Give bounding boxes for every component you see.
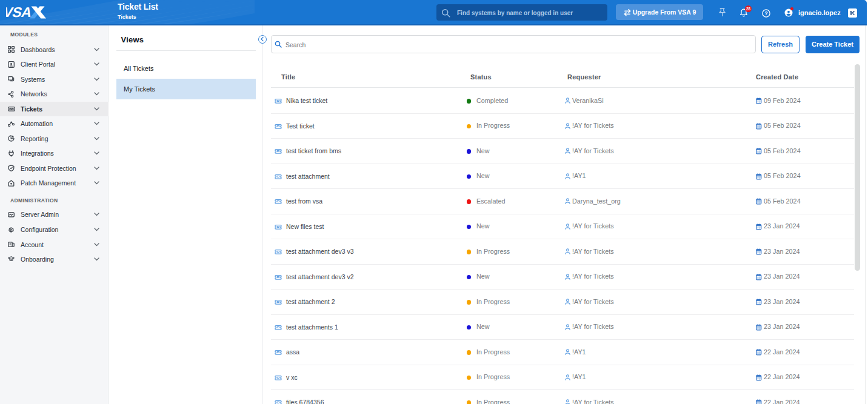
svg-text:?: ? (764, 10, 767, 16)
svg-text:VSA: VSA (6, 6, 34, 19)
